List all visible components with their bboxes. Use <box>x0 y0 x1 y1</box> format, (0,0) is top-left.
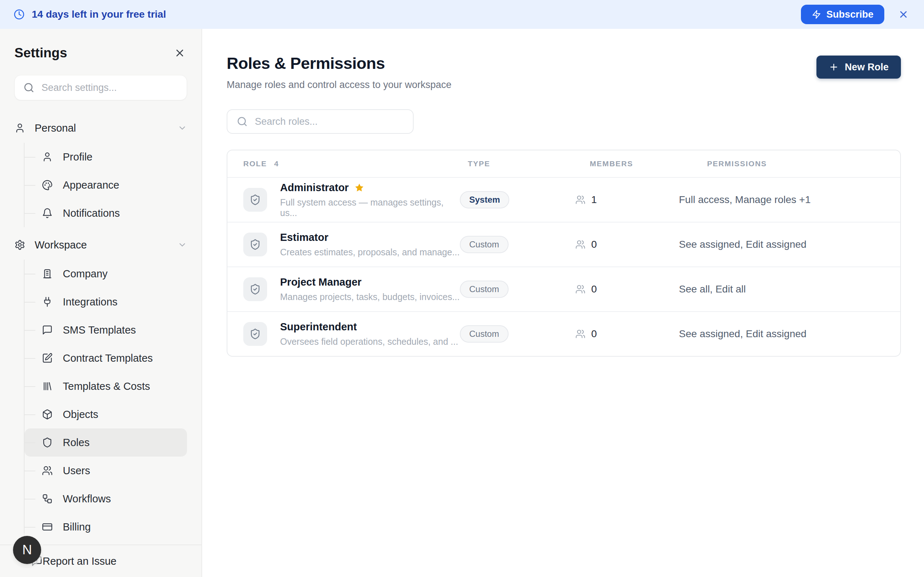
roles-permissions-page: Roles & Permissions Manage roles and con… <box>202 29 924 577</box>
settings-search <box>15 75 187 100</box>
subscribe-label: Subscribe <box>826 9 874 20</box>
sidebar-item-sms-templates[interactable]: SMS Templates <box>24 316 187 344</box>
credit-card-icon <box>42 521 53 532</box>
role-name: Superintendent <box>280 321 357 333</box>
members-count: 1 <box>591 194 597 206</box>
chart-bars-icon <box>42 381 53 392</box>
avatar[interactable]: N <box>13 536 41 564</box>
table-header: ROLE 4 TYPE MEMBERS PERMISSIONS <box>228 150 900 177</box>
workflow-icon <box>42 493 53 504</box>
section-header-workspace[interactable]: Workspace <box>15 230 187 259</box>
header-permissions: PERMISSIONS <box>679 160 884 168</box>
sidebar-item-objects[interactable]: Objects <box>24 400 187 429</box>
sidebar-item-label: Profile <box>63 151 92 163</box>
cube-icon <box>42 409 53 420</box>
permissions-summary: See all, Edit all <box>679 284 884 295</box>
header-role-count: 4 <box>274 160 279 168</box>
users-icon <box>575 284 585 294</box>
type-badge: Custom <box>460 236 509 253</box>
roles-table: ROLE 4 TYPE MEMBERS PERMISSIONS Administ… <box>227 150 901 357</box>
sidebar-item-label: Users <box>63 465 90 477</box>
role-description: Oversees field operations, schedules, an… <box>280 337 458 347</box>
sidebar-item-label: Notifications <box>63 207 120 219</box>
sidebar-item-label: Billing <box>63 521 90 533</box>
section-label: Personal <box>35 122 76 134</box>
shield-check-icon <box>243 233 267 256</box>
sidebar-item-company[interactable]: Company <box>24 259 187 288</box>
plug-icon <box>42 297 53 307</box>
role-description: Full system access — manages settings, u… <box>280 197 460 218</box>
message-square-icon <box>42 324 53 335</box>
user-icon <box>15 122 25 134</box>
header-role: ROLE <box>243 160 267 168</box>
table-row-administrator[interactable]: Administrator Full system access — manag… <box>228 177 900 222</box>
plus-icon <box>829 62 839 72</box>
sidebar-item-roles[interactable]: Roles <box>24 429 187 456</box>
new-role-button[interactable]: New Role <box>816 56 901 79</box>
new-role-label: New Role <box>845 62 888 73</box>
header-type: TYPE <box>460 160 575 168</box>
sidebar-item-label: Contract Templates <box>63 352 153 364</box>
page-title: Roles & Permissions <box>227 54 452 73</box>
users-icon <box>42 465 53 476</box>
shield-check-icon <box>243 188 267 212</box>
bell-icon <box>42 208 53 219</box>
sidebar-item-notifications[interactable]: Notifications <box>24 199 187 227</box>
users-icon <box>575 329 585 339</box>
table-row-estimator[interactable]: Estimator Creates estimates, proposals, … <box>228 222 900 266</box>
shield-check-icon <box>243 322 267 346</box>
star-icon <box>354 183 364 193</box>
table-row-superintendent[interactable]: Superintendent Oversees field operations… <box>228 311 900 356</box>
table-row-project-manager[interactable]: Project Manager Manages projects, tasks,… <box>228 266 900 311</box>
roles-search-input[interactable] <box>254 116 404 128</box>
role-description: Manages projects, tasks, budgets, invoic… <box>280 292 459 302</box>
settings-search-input[interactable] <box>41 82 178 94</box>
members-count: 0 <box>591 328 597 340</box>
sidebar-item-label: Integrations <box>63 296 118 308</box>
gear-icon <box>15 239 25 250</box>
section-header-personal[interactable]: Personal <box>15 113 187 143</box>
sidebar-close-button[interactable] <box>173 46 187 60</box>
subscribe-button[interactable]: Subscribe <box>801 5 884 24</box>
zap-icon <box>812 10 821 19</box>
sidebar-item-workflows[interactable]: Workflows <box>24 485 187 513</box>
settings-sidebar: Settings Personal <box>0 29 202 577</box>
sidebar-item-appearance[interactable]: Appearance <box>24 171 187 199</box>
shield-icon <box>42 437 53 448</box>
sidebar-item-label: Appearance <box>63 179 119 191</box>
trial-message: 14 days left in your free trial <box>32 9 166 20</box>
members-count: 0 <box>591 239 597 250</box>
settings-nav: Personal Profile <box>15 113 187 541</box>
sidebar-item-users[interactable]: Users <box>24 456 187 485</box>
user-icon <box>42 152 53 162</box>
sidebar-item-profile[interactable]: Profile <box>24 143 187 171</box>
close-icon <box>898 9 909 20</box>
permissions-summary: Full access, Manage roles +1 <box>679 194 884 206</box>
search-icon <box>237 116 247 127</box>
type-badge: Custom <box>460 280 509 298</box>
members-count: 0 <box>591 284 597 295</box>
sidebar-item-contract-templates[interactable]: Contract Templates <box>24 344 187 372</box>
section-label: Workspace <box>35 239 87 251</box>
sidebar-item-label: Workflows <box>63 493 111 505</box>
banner-close-button[interactable] <box>897 8 910 21</box>
chevron-down-icon <box>178 123 187 133</box>
role-name: Project Manager <box>280 276 362 288</box>
page-subtitle: Manage roles and control access to your … <box>227 79 452 90</box>
sidebar-item-label: SMS Templates <box>63 324 136 336</box>
palette-icon <box>42 180 53 190</box>
header-members: MEMBERS <box>575 160 679 168</box>
sidebar-item-billing[interactable]: Billing <box>24 513 187 541</box>
sidebar-item-integrations[interactable]: Integrations <box>24 288 187 316</box>
role-name: Administrator <box>280 182 349 193</box>
file-pen-icon <box>42 353 53 364</box>
sidebar-item-label: Objects <box>63 409 98 421</box>
clock-icon <box>14 9 24 20</box>
sidebar-item-label: Company <box>63 268 108 280</box>
close-icon <box>174 47 186 59</box>
building-icon <box>42 268 53 279</box>
sidebar-item-label: Templates & Costs <box>63 380 150 392</box>
report-issue-label: Report an Issue <box>43 555 116 567</box>
search-icon <box>23 82 34 93</box>
sidebar-item-templates-costs[interactable]: Templates & Costs <box>24 372 187 400</box>
